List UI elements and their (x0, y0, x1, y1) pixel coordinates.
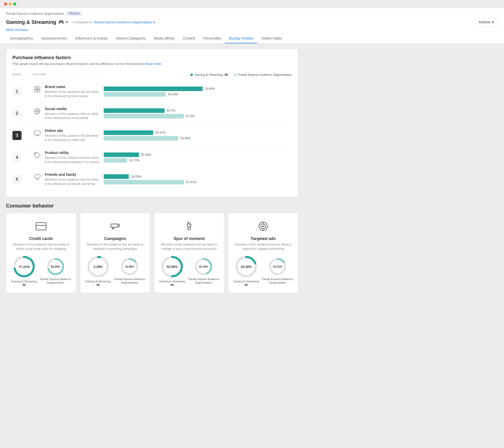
factor-info-4: Product utility Members of this audience… (33, 151, 104, 164)
factor-row-1: 1 Brand name Members of this audience th… (12, 81, 292, 103)
gaming-icon-small: 🎮 (22, 283, 26, 286)
bar-gaming-1 (104, 87, 203, 91)
tab-demographics[interactable]: Demographics (6, 34, 37, 43)
svg-text:3.39%: 3.39% (93, 265, 103, 268)
factor-row-2: 2 Social media Members of this audience … (12, 103, 292, 125)
bar-gaming-3 (104, 130, 153, 135)
title-area: Gaming & Streaming 🎮 ▾ Compared to: Pand… (6, 19, 155, 25)
close-button[interactable] (4, 3, 7, 6)
factor-icon-2 (33, 107, 42, 116)
bar-panda-1 (104, 92, 166, 97)
bar-panda-label-4: 16.77% (129, 159, 139, 162)
audience-dropdown[interactable]: ▾ (66, 20, 68, 24)
factor-bars-1: 70.83% 44.54% (104, 87, 292, 97)
col-rank: Rank (12, 73, 33, 76)
minimize-button[interactable] (9, 3, 12, 6)
tab-online-habits[interactable]: Online habits (257, 34, 286, 43)
consumer-card-desc-3: Members of the audience that are likely … (232, 243, 294, 251)
tab-influencers-and-brands[interactable]: Influencers & brands (71, 34, 112, 43)
bar-gaming-label-3: 35.47% (155, 131, 166, 134)
audience-name: Gaming & Streaming (6, 19, 56, 25)
svg-rect-7 (34, 131, 40, 135)
factor-desc-5: Members of this audience that are likely… (45, 178, 100, 186)
breadcrumb: Panda Express Audience Segmentation Affi… (6, 11, 498, 16)
bar-panda-label-2: 57.5% (186, 114, 194, 118)
compared-to-area: Compared to: Panda Express Audience Segm… (73, 20, 155, 24)
compared-to-link[interactable]: Panda Express Audience Segmentation ▾ (94, 20, 155, 24)
members-count[interactable]: 6693 members (6, 28, 498, 32)
donut-panda-1: 14.56% Panda Express AudienceSegmentatio… (114, 257, 145, 285)
factor-name-2: Social media (45, 107, 100, 111)
legend-gaming: Gaming & Streaming 🎮 (190, 73, 228, 77)
factor-name-5: Friends and family (45, 173, 100, 177)
bar-panda-2 (104, 114, 184, 118)
factor-row-5: 5 Friends and family Members of this aud… (12, 168, 292, 191)
svg-rect-1 (38, 87, 40, 89)
card-icon (34, 219, 48, 233)
traffic-lights (4, 3, 16, 6)
tab-media-affinity[interactable]: Media affinity (150, 34, 179, 43)
consumer-grid: Credit cards Members of the audience tha… (6, 213, 298, 293)
factor-name-4: Product utility (45, 151, 100, 155)
tab-interest-categories[interactable]: Interest Categories (112, 34, 150, 43)
factor-name-3: Online ads (45, 129, 100, 133)
maximize-button[interactable] (13, 3, 16, 6)
factor-row-3: 3 Online ads Members of this audience th… (12, 125, 292, 147)
donut-panda-2: 42.18% Panda Express AudienceSegmentatio… (188, 257, 219, 285)
svg-text:19.38%: 19.38% (240, 265, 252, 268)
rank-3: 3 (12, 131, 22, 140)
legend-panda: Panda Express Audience Segmentation (234, 73, 292, 77)
bar-panda-5 (104, 180, 184, 184)
tab-buying-mindset[interactable]: Buying mindset (225, 34, 257, 43)
consumer-card-name-0: Credit cards (29, 236, 53, 241)
actions-button[interactable]: Actions ▾ (474, 18, 498, 26)
purchase-card-title: Purchase influence factors (12, 55, 292, 60)
svg-rect-2 (35, 90, 37, 92)
bar-gaming-4 (104, 152, 139, 157)
bar-gaming-label-4: 25.24% (141, 153, 151, 157)
page-header: Panda Express Audience Segmentation Affi… (0, 8, 504, 44)
svg-text:71.31%: 71.31% (18, 265, 30, 268)
factor-row-4: 4 Product utility Members of this audien… (12, 147, 292, 169)
consumer-card-spur-of-moment: Spur of moment Members of the audience t… (154, 213, 224, 293)
page-title: Gaming & Streaming 🎮 ▾ (6, 19, 68, 25)
donut-row-3: 19.38% Gaming & Streaming🎮 15.31% Panda … (232, 255, 294, 287)
factor-icon-1 (33, 85, 42, 94)
bar-gaming-2 (104, 108, 165, 113)
consumer-section-title: Consumer behavior (6, 203, 298, 209)
consumer-card-desc-0: Members of the audience that are likely … (10, 243, 72, 251)
svg-text:50.05%: 50.05% (166, 265, 178, 268)
donut-panda-3: 15.31% Panda Express AudienceSegmentatio… (262, 257, 293, 285)
svg-text:14.56%: 14.56% (125, 265, 134, 268)
svg-point-35 (263, 226, 264, 227)
window-chrome (0, 0, 504, 8)
panda-dot (234, 74, 237, 76)
factor-desc-3: Members of this audience that are likely… (45, 134, 100, 142)
donut-row-0: 71.31% Gaming & Streaming🎮 69.59% Panda … (10, 255, 72, 287)
fire-icon (182, 219, 196, 233)
rank-1: 1 (12, 87, 22, 96)
bar-panda-label-3: 53.46% (180, 136, 191, 140)
breadcrumb-base: Panda Express Audience Segmentation (6, 12, 64, 15)
bar-gaming-label-2: 43.7% (167, 109, 175, 112)
factor-icon-4 (33, 151, 42, 160)
tab-personality[interactable]: Personality (199, 34, 225, 43)
consumer-card-campaigns: Campaigns Members of the audience that a… (80, 213, 150, 293)
factor-name-1: Brand name (45, 85, 100, 89)
svg-rect-0 (35, 87, 37, 89)
factor-info-2: Social media Members of this audience th… (33, 107, 104, 120)
rank-2: 2 (12, 109, 22, 118)
main-content: Purchase influence factors This graph sh… (0, 44, 304, 298)
svg-point-11 (37, 179, 38, 180)
consumer-card-desc-1: Members of the audience that are likely … (84, 243, 146, 251)
factor-desc-1: Members of this audience that are likely… (45, 90, 100, 98)
factor-desc-4: Members of this audience that are likely… (45, 156, 100, 164)
purchase-card-subtitle: This graph shows the top purchase influe… (12, 62, 292, 66)
read-more-link[interactable]: Read more (145, 62, 161, 66)
bar-gaming-label-5: 18.03% (131, 175, 141, 178)
tab-content[interactable]: Content (179, 34, 199, 43)
tab-socioeconomics[interactable]: Socioeconomics (37, 34, 71, 43)
donut-panda-0: 69.59% Panda Express AudienceSegmentatio… (40, 257, 71, 285)
factor-bars-4: 25.24% 16.77% (104, 152, 292, 163)
affinities-tag[interactable]: Affinities (66, 11, 82, 16)
